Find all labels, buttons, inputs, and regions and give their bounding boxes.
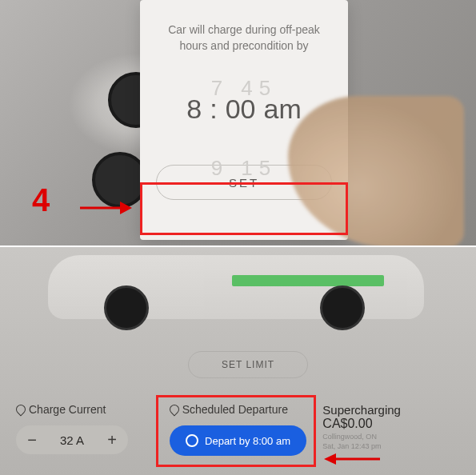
annotation-number-4: 4 bbox=[32, 182, 50, 218]
charging-screen: SET LIMIT Charge Current − 32 A + Schedu… bbox=[0, 245, 476, 475]
amperage-stepper: − 32 A + bbox=[16, 425, 128, 454]
set-limit-label: SET LIMIT bbox=[222, 359, 274, 370]
svg-marker-3 bbox=[324, 453, 336, 465]
amp-increase-button[interactable]: + bbox=[96, 431, 128, 449]
supercharging-location: Collingwood, ON bbox=[322, 433, 460, 441]
charge-current-label: Charge Current bbox=[16, 403, 154, 416]
svg-marker-1 bbox=[120, 202, 132, 214]
charge-level-bar bbox=[232, 275, 384, 286]
supercharging-label: Supercharging bbox=[322, 403, 460, 417]
supercharging-section: Supercharging CA$0.00 Collingwood, ON Sa… bbox=[322, 403, 460, 456]
departure-time-panel: Car will charge during off-peak hours an… bbox=[0, 0, 476, 245]
supercharging-price: CA$0.00 bbox=[322, 417, 460, 431]
time-picker-prev[interactable]: 7 45 bbox=[140, 76, 348, 101]
annotation-box-depart bbox=[156, 395, 316, 467]
amp-value: 32 A bbox=[48, 433, 96, 447]
wheel-icon bbox=[320, 285, 365, 330]
wheel-icon bbox=[104, 285, 149, 330]
annotation-arrow-depart bbox=[320, 449, 384, 469]
amp-decrease-button[interactable]: − bbox=[16, 431, 48, 449]
annotation-arrow-4 bbox=[76, 196, 132, 220]
set-limit-button[interactable]: SET LIMIT bbox=[188, 351, 308, 378]
modal-description: Car will charge during off-peak hours an… bbox=[156, 22, 332, 54]
pin-icon bbox=[14, 403, 28, 417]
charge-current-section: Charge Current − 32 A + bbox=[16, 403, 154, 456]
annotation-box-4 bbox=[140, 182, 348, 235]
